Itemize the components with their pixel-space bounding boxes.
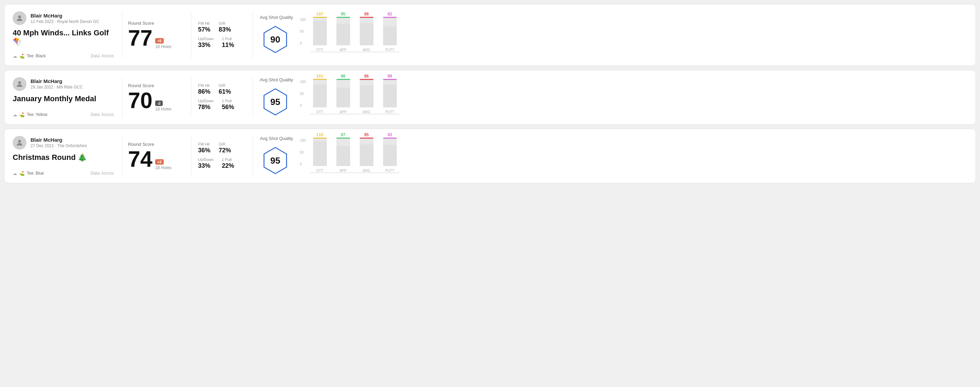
updown-stat: Up/Down 78% <box>198 99 213 111</box>
user-name: Blair McHarg <box>30 78 83 84</box>
score-row: 77 +5 18 Holes <box>128 27 185 49</box>
big-score: 70 <box>128 90 153 111</box>
oneputt-label: 1 Putt <box>222 157 234 162</box>
oneputt-label: 1 Putt <box>222 99 234 103</box>
user-info: Blair McHarg 12 Feb 2022 · Royal North D… <box>13 11 114 25</box>
tee-icon: ⛳ <box>19 112 25 117</box>
stats-section: FW Hit 57% GIR 83% Up/Down 33% 1 Putt 11… <box>191 11 253 59</box>
tee-label: Tee: Yellow <box>27 112 48 117</box>
stats-section: FW Hit 36% GIR 72% Up/Down 33% 1 Putt 22… <box>191 136 253 176</box>
round-title: 40 Mph Winds... Links Golf 🪁 <box>13 29 114 47</box>
updown-value: 33% <box>198 162 213 170</box>
updown-label: Up/Down <box>198 37 213 41</box>
gir-label: GIR <box>219 142 231 146</box>
user-info: Blair McHarg 27 Dec 2021 · The Oxfordshi… <box>13 136 114 149</box>
quality-section-label: Avg Shot Quality <box>260 77 293 82</box>
round-score-label: Round Score <box>128 142 185 147</box>
stat-pair-top: FW Hit 36% GIR 72% <box>198 142 246 154</box>
quality-label-col: Avg Shot Quality 95 <box>260 77 293 117</box>
shot-quality-section: Avg Shot Quality 95 100 50 0 101 OTT <box>253 77 967 117</box>
stats-section: FW Hit 86% GIR 61% Up/Down 78% 1 Putt 56… <box>191 77 253 117</box>
big-score: 77 <box>128 27 153 49</box>
user-name: Blair McHarg <box>30 137 87 143</box>
user-name: Blair McHarg <box>30 13 99 19</box>
svg-point-1 <box>18 81 21 84</box>
tee-icon: ⛳ <box>19 171 25 176</box>
svg-point-0 <box>18 16 21 18</box>
holes-label: 18 Holes <box>155 44 171 49</box>
stat-pair-bottom: Up/Down 78% 1 Putt 56% <box>198 99 246 111</box>
big-score: 74 <box>128 148 153 170</box>
fw-hit-stat: FW Hit 36% <box>198 142 210 154</box>
round-card-round1: Blair McHarg 12 Feb 2022 · Royal North D… <box>4 4 976 66</box>
fw-hit-value: 57% <box>198 26 210 33</box>
fw-hit-stat: FW Hit 86% <box>198 83 210 95</box>
round-title: Christmas Round 🎄 <box>13 153 114 162</box>
oneputt-label: 1 Putt <box>222 37 234 41</box>
round-card-round3: Blair McHarg 27 Dec 2021 · The Oxfordshi… <box>4 128 976 183</box>
fw-hit-label: FW Hit <box>198 142 210 146</box>
holes-label: 18 Holes <box>155 165 171 170</box>
tee-label: Tee: Black <box>27 54 46 58</box>
gir-label: GIR <box>219 83 231 87</box>
avatar <box>13 136 26 149</box>
round-title: January Monthly Medal <box>13 94 114 103</box>
round-card-round2: Blair McHarg 29 Jan 2022 · Mill Ride GCC… <box>4 70 976 125</box>
round-score-label: Round Score <box>128 21 185 26</box>
gir-stat: GIR 72% <box>219 142 231 154</box>
fw-hit-value: 36% <box>198 147 210 154</box>
score-row: 74 +2 18 Holes <box>128 148 185 170</box>
user-date-course: 29 Jan 2022 · Mill Ride GCC <box>30 85 83 90</box>
oneputt-value: 11% <box>222 41 234 49</box>
quality-label-col: Avg Shot Quality 95 <box>260 136 293 176</box>
score-badge: -2 18 Holes <box>155 100 171 111</box>
updown-stat: Up/Down 33% <box>198 157 213 170</box>
holes-label: 18 Holes <box>155 107 171 111</box>
left-section: Blair McHarg 27 Dec 2021 · The Oxfordshi… <box>13 136 123 176</box>
card-footer: ☁ ⛳ Tee: Black Data: Arccos <box>13 54 114 59</box>
hexagon-container: 95 <box>260 145 291 176</box>
score-section: Round Score 74 +2 18 Holes <box>123 136 191 176</box>
gir-label: GIR <box>219 21 231 25</box>
score-modifier: +5 <box>155 38 164 44</box>
data-source: Data: Arccos <box>91 112 114 117</box>
oneputt-value: 22% <box>222 162 234 170</box>
tee-info: ☁ ⛳ Tee: Blue <box>13 171 44 176</box>
shot-quality-section: Avg Shot Quality 95 100 50 0 110 OTT <box>253 136 967 176</box>
card-footer: ☁ ⛳ Tee: Blue Data: Arccos <box>13 171 114 176</box>
card-footer: ☁ ⛳ Tee: Yellow Data: Arccos <box>13 112 114 117</box>
hexagon-container: 95 <box>260 86 291 117</box>
stat-pair-bottom: Up/Down 33% 1 Putt 11% <box>198 37 246 49</box>
fw-hit-value: 86% <box>198 88 210 95</box>
score-section: Round Score 70 -2 18 Holes <box>123 77 191 117</box>
user-icon <box>16 80 24 88</box>
quality-section-label: Avg Shot Quality <box>260 15 293 20</box>
tee-info: ☁ ⛳ Tee: Yellow <box>13 112 48 117</box>
fw-hit-label: FW Hit <box>198 21 210 25</box>
updown-value: 33% <box>198 41 213 49</box>
quality-section-label: Avg Shot Quality <box>260 136 293 141</box>
tee-icon: ⛳ <box>19 54 25 59</box>
weather-icon: ☁ <box>13 171 17 176</box>
hex-score: 95 <box>270 97 280 107</box>
user-date-course: 12 Feb 2022 · Royal North Devon GC <box>30 19 99 24</box>
user-date-course: 27 Dec 2021 · The Oxfordshire <box>30 143 87 148</box>
gir-value: 72% <box>219 147 231 154</box>
bar-chart: 100 50 0 101 OTT 86 APP <box>300 80 399 114</box>
left-section: Blair McHarg 29 Jan 2022 · Mill Ride GCC… <box>13 77 123 117</box>
score-badge: +5 18 Holes <box>155 38 171 49</box>
score-row: 70 -2 18 Holes <box>128 90 185 111</box>
gir-value: 61% <box>219 88 231 95</box>
shot-quality-section: Avg Shot Quality 90 100 50 0 107 OTT <box>253 11 967 59</box>
oneputt-value: 56% <box>222 104 234 111</box>
tee-label: Tee: Blue <box>27 171 44 176</box>
gir-value: 83% <box>219 26 231 33</box>
bar-chart: 100 50 0 110 OTT 87 APP <box>300 139 399 173</box>
svg-point-2 <box>18 140 21 143</box>
hex-score: 90 <box>270 34 280 45</box>
fw-hit-stat: FW Hit 57% <box>198 21 210 33</box>
score-modifier: +2 <box>155 159 164 165</box>
stat-pair-top: FW Hit 57% GIR 83% <box>198 21 246 33</box>
gir-stat: GIR 61% <box>219 83 231 95</box>
gir-stat: GIR 83% <box>219 21 231 33</box>
